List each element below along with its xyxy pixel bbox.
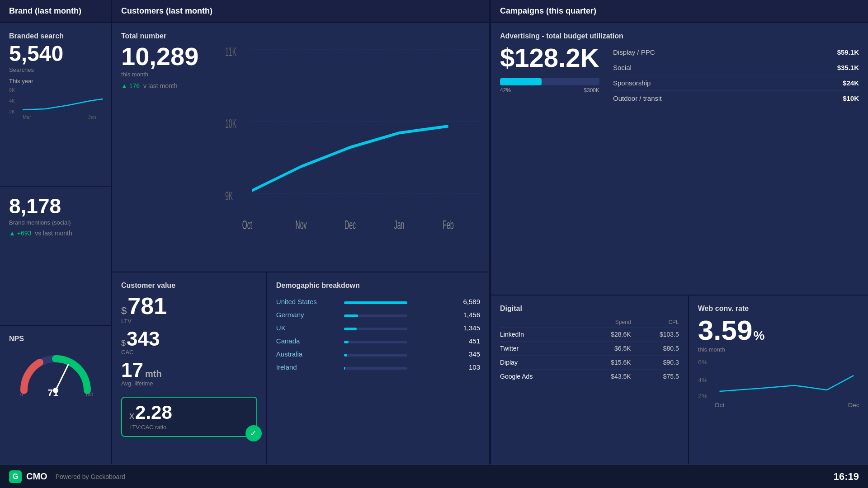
avg-lifetime-unit: mth (145, 369, 162, 379)
country-bar-cell (340, 308, 412, 321)
ad-item-label: Outdoor / transit (613, 94, 662, 102)
country-count: 345 (412, 347, 480, 361)
cac-label: CAC (121, 349, 257, 356)
brand-mentions-trend-value: ▲ +693 (9, 230, 31, 237)
branded-search-label: Searches (9, 66, 102, 73)
nps-gauge: 0 100 71 (15, 347, 96, 397)
webconv-unit: % (753, 328, 764, 343)
svg-text:Jan: Jan (88, 114, 96, 120)
demographic-card: Demogaphic breakdown United States 6,589… (267, 272, 489, 465)
webconv-value-row: 3.59 % (698, 316, 859, 344)
ltv-cac-ratio-box: x 2.28 LTV:CAC ratio ✓ (121, 397, 257, 437)
country-name: Canada (276, 334, 340, 347)
brand-mentions-value: 8,178 (9, 196, 102, 216)
brand-mentions-label: Brand mentions (social) (9, 219, 102, 226)
svg-text:71: 71 (47, 387, 58, 397)
advertising-budget-bar-bg (500, 78, 599, 85)
col-channel (500, 317, 581, 328)
footer-time: 16:19 (834, 471, 859, 483)
digital-cpl: $90.3 (631, 356, 679, 370)
cac-dollar: $ (121, 338, 126, 348)
total-number-value: 10,289 (121, 44, 212, 69)
advertising-item: Display / PPC $59.1K (613, 45, 859, 60)
demographic-row: UK 1,345 (276, 321, 480, 334)
cac-value: 343 (127, 329, 160, 349)
ad-item-value: $59.1K (837, 48, 859, 56)
branded-search-sublabel: This year (9, 78, 102, 84)
advertising-item: Outdoor / transit $10K (613, 91, 859, 106)
svg-text:10K: 10K (225, 117, 236, 131)
country-bar-fill (344, 354, 347, 357)
advertising-item: Sponsorship $24K (613, 75, 859, 91)
country-bar-fill (344, 301, 407, 304)
total-number-sublabel: this month (121, 71, 212, 78)
advertising-total: $128.2K 42% $300K (500, 45, 599, 94)
advertising-value: $128.2K (500, 45, 599, 71)
country-count: 451 (412, 334, 480, 347)
digital-channel: Diplay (500, 356, 581, 370)
svg-text:4%: 4% (698, 377, 708, 384)
svg-text:Oct: Oct (714, 402, 725, 408)
col-spend: Spend (581, 317, 631, 328)
ad-item-value: $35.1K (837, 64, 859, 71)
advertising-budget-labels: 42% $300K (500, 87, 599, 94)
country-name: Germany (276, 308, 340, 321)
customers-bottom: Customer value $ 781 LTV $ 343 CAC (112, 272, 489, 465)
branded-search-card: Branded search 5,540 Searches This year … (0, 23, 111, 187)
country-count: 1,345 (412, 321, 480, 334)
demographic-row: Ireland 103 (276, 361, 480, 374)
ratio-label: LTV:CAC ratio (129, 424, 249, 431)
country-bar-bg (344, 354, 407, 357)
svg-text:2K: 2K (9, 109, 15, 114)
svg-text:100: 100 (85, 392, 93, 397)
digital-row: LinkedIn $28.6K $103.5 (500, 328, 679, 342)
country-bar-cell (340, 347, 412, 361)
country-bar-fill (344, 328, 357, 330)
ltv-value: 781 (127, 294, 167, 318)
svg-text:Mar: Mar (23, 114, 31, 120)
avg-lifetime-label: Avg. lifetime (121, 380, 257, 387)
brand-mentions-trend-label: vs last month (35, 230, 72, 237)
nps-card: NPS 0 100 71 (0, 326, 111, 465)
advertising-items: Display / PPC $59.1K Social $35.1K Spons… (613, 45, 859, 106)
digital-row: Twitter $6.5K $80.5 (500, 342, 679, 356)
advertising-budget-pct: 42% (500, 87, 511, 94)
customers-header: Customers (last month) (112, 0, 489, 23)
svg-text:0: 0 (20, 392, 23, 397)
branded-search-value: 5,540 (9, 43, 102, 65)
demographic-title: Demogaphic breakdown (276, 282, 480, 290)
avg-lifetime-section: 17 mth Avg. lifetime (121, 360, 257, 387)
demographic-row: United States 6,589 (276, 295, 480, 308)
country-bar-bg (344, 367, 407, 370)
brand-mentions-card: 8,178 Brand mentions (social) ▲ +693 vs … (0, 187, 111, 326)
ad-item-label: Display / PPC (613, 48, 655, 56)
ad-item-label: Social (613, 64, 632, 71)
ad-item-value: $24K (843, 79, 859, 87)
svg-text:Feb: Feb (443, 217, 453, 231)
country-bar-cell (340, 334, 412, 347)
digital-cpl: $103.5 (631, 328, 679, 342)
webconv-title: Web conv. rate (698, 305, 859, 313)
webconv-sublabel: this month (698, 346, 859, 353)
footer: G CMO Powered by Geckoboard 16:19 (0, 465, 868, 488)
footer-powered: Powered by Geckoboard (56, 473, 125, 480)
total-number-chart: 11K 10K 9K Oct Nov Dec Jan (225, 32, 480, 263)
country-bar-cell (340, 361, 412, 374)
total-number-card: Total number 10,289 this month ▲ 176 v l… (112, 23, 489, 272)
country-count: 103 (412, 361, 480, 374)
nps-title: NPS (9, 335, 102, 343)
advertising-item: Social $35.1K (613, 60, 859, 75)
ratio-value: 2.28 (135, 403, 172, 422)
ad-item-value: $10K (843, 94, 859, 102)
digital-card: Digital Spend CPL LinkedIn $28.6K $103.5… (491, 296, 689, 465)
campaigns-bottom: Digital Spend CPL LinkedIn $28.6K $103.5… (491, 296, 868, 465)
country-count: 1,456 (412, 308, 480, 321)
total-number-title: Total number (121, 32, 212, 40)
digital-channel: LinkedIn (500, 328, 581, 342)
customer-value-card: Customer value $ 781 LTV $ 343 CAC (112, 272, 267, 465)
customer-value-title: Customer value (121, 282, 257, 290)
advertising-budget-bar-fill (500, 78, 542, 85)
digital-row: Diplay $15.6K $90.3 (500, 356, 679, 370)
demographic-table: United States 6,589 Germany 1,456 UK (276, 295, 480, 374)
checkmark-badge: ✓ (245, 425, 262, 441)
